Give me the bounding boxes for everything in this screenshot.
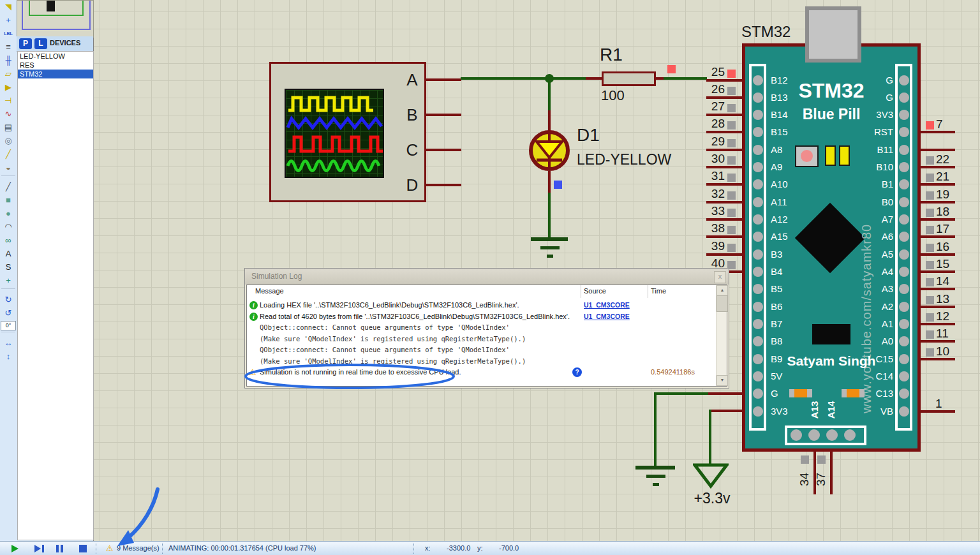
pin-wire-stub[interactable] — [706, 149, 745, 151]
device-list[interactable]: LED-YELLOWRESSTM32 — [17, 51, 94, 540]
pin-wire-stub[interactable] — [921, 306, 955, 308]
device-item-led-yellow[interactable]: LED-YELLOW — [18, 52, 93, 61]
pin-wire-stub[interactable] — [706, 166, 745, 168]
pin-pad[interactable] — [899, 249, 909, 260]
pin-wire-stub[interactable] — [921, 183, 955, 186]
simulation-log-window[interactable]: Simulation Log x Message Source Time iLo… — [244, 268, 729, 389]
power-terminal-symbol[interactable] — [693, 463, 729, 489]
pin-pad[interactable] — [753, 214, 763, 225]
wire-to-power[interactable] — [709, 410, 711, 466]
pin-pad[interactable] — [753, 371, 763, 381]
log-row[interactable]: ⚠Simulation is not running in real time … — [247, 367, 715, 378]
scope-pin-b-stub[interactable] — [426, 114, 461, 116]
subcircuit-icon[interactable]: ▱ — [0, 67, 17, 80]
device-item-res[interactable]: RES — [18, 61, 93, 70]
ground-symbol[interactable] — [635, 466, 675, 470]
pin-pad[interactable] — [753, 110, 763, 120]
pin-wire-stub[interactable] — [921, 358, 955, 360]
wire-scope-to-resistor[interactable] — [461, 77, 586, 80]
close-icon[interactable]: x — [714, 271, 726, 283]
pause-button[interactable] — [56, 545, 59, 552]
pin-wire-stub[interactable] — [921, 218, 955, 221]
2d-text-icon[interactable]: A — [0, 247, 17, 260]
led-anode-stub[interactable] — [548, 110, 551, 133]
play-button[interactable] — [11, 545, 19, 552]
pin-pad[interactable] — [899, 406, 909, 417]
scroll-up-icon[interactable]: ▲ — [716, 285, 728, 296]
pin-pad[interactable] — [753, 302, 763, 312]
log-source-link[interactable]: U1_CM3CORE — [584, 301, 630, 309]
scope-pin-d-stub[interactable] — [426, 184, 461, 186]
pin-pad[interactable] — [899, 110, 909, 120]
pin-wire-stub[interactable] — [921, 201, 955, 204]
pin-wire-stub[interactable] — [921, 131, 955, 133]
pin-pad[interactable] — [753, 93, 763, 103]
flip-horizontal-icon[interactable]: ↔ — [0, 336, 17, 350]
pin-pad[interactable] — [844, 429, 856, 441]
pin-pad[interactable] — [753, 406, 763, 417]
pin-wire-stub[interactable] — [921, 410, 955, 413]
junction-dot-icon[interactable]: + — [0, 13, 17, 27]
resistor-right-stub[interactable] — [656, 77, 664, 80]
pin-wire-stub[interactable] — [830, 451, 833, 494]
message-count[interactable]: 9 Message(s) — [117, 544, 160, 552]
ground-symbol[interactable] — [531, 237, 568, 241]
pin-wire-stub[interactable] — [706, 235, 745, 238]
resistor-r1[interactable] — [602, 71, 656, 86]
log-row[interactable]: QObject::connect: Cannot queue arguments… — [247, 323, 715, 334]
pin-pad[interactable] — [899, 162, 909, 172]
schematic-canvas[interactable]: A B C D R1 100 D1 LED-YELLOW — [0, 0, 980, 541]
pause-button[interactable] — [61, 545, 63, 552]
wire-led-to-ground[interactable] — [548, 193, 551, 239]
device-item-stm32[interactable]: STM32 — [18, 70, 93, 78]
log-row[interactable]: iRead total of 4620 bytes from file '..\… — [247, 312, 715, 323]
log-row[interactable]: (Make sure 'QModelIndex' is registered u… — [247, 357, 715, 367]
pin-wire-stub[interactable] — [921, 166, 955, 168]
pin-wire-stub[interactable] — [706, 218, 745, 221]
bus-icon[interactable]: ╫ — [0, 54, 17, 67]
pin-pad[interactable] — [808, 429, 820, 441]
resistor-left-stub[interactable] — [586, 77, 602, 80]
2d-arc-icon[interactable]: ◠ — [0, 220, 17, 233]
log-scrollbar[interactable]: ▲ ▼ — [716, 285, 727, 386]
2d-path-icon[interactable]: ∞ — [0, 233, 17, 247]
pin-pad[interactable] — [899, 354, 909, 364]
wire-to-ground[interactable] — [654, 392, 657, 467]
pin-pad[interactable] — [826, 429, 838, 441]
pin-pad[interactable] — [753, 145, 763, 155]
2d-symbol-icon[interactable]: S — [0, 260, 17, 274]
pin-pad[interactable] — [753, 319, 763, 329]
pin-wire-stub[interactable] — [706, 183, 745, 186]
pin-wire-stub[interactable] — [706, 96, 745, 99]
pin-pad[interactable] — [753, 249, 763, 260]
pin-pad[interactable] — [899, 319, 909, 329]
pin-pad[interactable] — [753, 75, 763, 85]
pin-wire-stub[interactable] — [921, 253, 955, 256]
step-button[interactable] — [42, 545, 44, 552]
help-icon[interactable]: ? — [572, 367, 582, 377]
pin-wire-stub[interactable] — [706, 79, 745, 82]
pin-pad[interactable] — [899, 214, 909, 225]
rotation-angle-field[interactable]: 0° — [1, 321, 16, 330]
pin-pad[interactable] — [899, 197, 909, 207]
pin-pad[interactable] — [899, 302, 909, 312]
pick-devices-button[interactable]: P — [19, 38, 32, 49]
pin-pad[interactable] — [753, 267, 763, 277]
led-cathode-stub[interactable] — [548, 171, 551, 193]
step-button[interactable] — [34, 545, 41, 552]
pin-pad[interactable] — [753, 162, 763, 172]
scope-pin-c-stub[interactable] — [426, 149, 461, 151]
pin-wire-stub[interactable] — [921, 149, 955, 151]
graph-icon[interactable]: ∿ — [0, 107, 17, 121]
log-row[interactable]: QObject::connect: Cannot queue arguments… — [247, 345, 715, 356]
pin-pad[interactable] — [753, 354, 763, 364]
wire-label-icon[interactable]: LBL — [0, 27, 17, 40]
2d-marker-icon[interactable]: + — [0, 274, 17, 287]
pin-wire-stub[interactable] — [921, 288, 955, 290]
scroll-down-icon[interactable]: ▼ — [716, 375, 728, 386]
pin-pad[interactable] — [899, 145, 909, 155]
library-button[interactable]: L — [34, 38, 47, 49]
pin-pad[interactable] — [899, 75, 909, 85]
pin-pad[interactable] — [791, 429, 802, 441]
device-pin-icon[interactable]: ⊣ — [0, 94, 17, 107]
